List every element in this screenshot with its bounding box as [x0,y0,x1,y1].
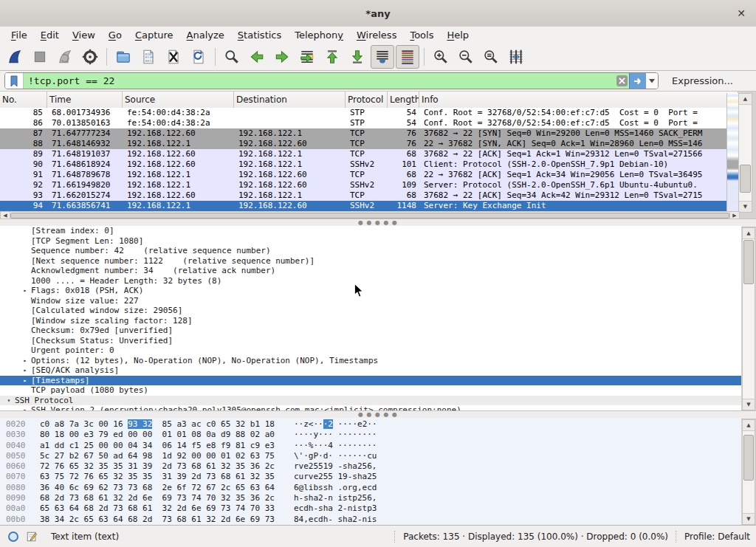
colorize-button[interactable] [396,45,419,69]
detail-line[interactable]: Window size value: 227 [0,296,741,306]
detail-line[interactable]: ▸ Flags: 0x018 (PSH, ACK) [0,286,741,296]
menu-item[interactable]: Help [440,28,475,42]
detail-line[interactable]: [Checksum Status: Unverified] [0,336,741,346]
expert-info-icon[interactable] [7,531,19,543]
menu-item[interactable]: Edit [34,28,66,42]
column-header[interactable]: Source [123,92,234,108]
column-header[interactable]: Time [47,92,123,108]
detail-line[interactable]: TCP payload (1080 bytes) [0,385,741,396]
expander-icon[interactable] [19,336,31,346]
hex-row[interactable]: 0050 5c 27 b2 67 50 ad 64 98 1d 92 00 00… [0,451,741,461]
detail-line[interactable]: [Calculated window size: 29056] [0,306,741,316]
scroll-down-icon[interactable]: ▼ [739,201,752,212]
packet-row[interactable]: 89 71.648191037 192.168.122.60 192.168.1… [0,149,726,159]
column-header[interactable]: Length [388,92,419,108]
scrollbar-thumb[interactable] [740,165,751,193]
detail-line[interactable]: 1000 .... = Header Length: 32 bytes (8) [0,276,741,286]
packet-row[interactable]: 86 70.013850163 fe:54:00:d4:38:2a STP 54… [0,118,726,128]
auto-scroll-button[interactable] [371,45,394,69]
close-icon[interactable]: ✕ [734,6,749,21]
menu-item[interactable]: Analyze [180,28,231,42]
filter-bookmark-button[interactable] [5,73,24,89]
hex-row[interactable]: 0080 36 40 6c 69 62 73 73 68 2e 6f 72 67… [0,483,741,493]
scroll-up-icon[interactable]: ▲ [743,228,755,239]
hex-vscrollbar[interactable]: ▲ ▼ [742,419,755,525]
expander-icon[interactable]: ▸ [19,376,31,386]
detail-line[interactable]: ▸ [SEQ/ACK analysis] [0,365,741,376]
menu-item[interactable]: Capture [128,28,180,42]
expander-icon[interactable] [19,385,31,396]
hex-row[interactable]: 0090 68 2d 73 68 61 32 2d 6e 69 73 74 70… [0,493,741,503]
packet-row[interactable]: 93 71.662015274 192.168.122.60 192.168.1… [0,190,726,201]
filter-apply-button[interactable] [629,73,646,89]
detail-line[interactable]: ▾ SSH Protocol [0,396,741,406]
filter-dropdown-button[interactable] [646,73,658,89]
expander-icon[interactable] [19,236,31,247]
expander-icon[interactable]: ▸ [19,286,31,296]
detail-line[interactable]: [Stream index: 0] [0,226,741,236]
menu-item[interactable]: Go [102,28,128,42]
expander-icon[interactable] [19,345,31,356]
reload-file-button[interactable] [187,45,210,69]
menu-item[interactable]: Statistics [231,28,288,42]
detail-line[interactable]: Urgent pointer: 0 [0,345,741,356]
packet-row[interactable]: 85 68.001734936 fe:54:00:d4:38:2a STP 54… [0,108,726,118]
go-back-button[interactable] [245,45,269,69]
expander-icon[interactable] [19,276,31,286]
scroll-up-icon[interactable]: ▲ [743,420,755,431]
detail-line[interactable]: ▸ [Timestamps] [0,376,741,386]
column-header[interactable]: No. [0,92,47,108]
go-forward-button[interactable] [270,45,294,69]
expander-icon[interactable] [19,296,31,306]
go-to-packet-button[interactable] [295,45,319,69]
profile-label[interactable]: Profile: Default [684,531,756,542]
capture-options-button[interactable] [78,45,102,69]
zoom-original-button[interactable] [479,45,503,69]
expander-icon[interactable]: ▸ [19,356,31,366]
hex-row[interactable]: 0020 c0 a8 7a 3c 00 16 93 32 85 a3 ac c0… [0,419,741,430]
save-file-button[interactable]: 010101100011 [137,45,160,69]
expander-icon[interactable] [19,306,31,316]
packet-row[interactable]: 88 71.648146932 192.168.122.1 192.168.12… [0,139,726,149]
resize-columns-button[interactable] [504,45,528,69]
expression-button[interactable]: Expression... [672,75,733,86]
restart-capture-button[interactable] [53,45,77,69]
expander-icon[interactable] [19,256,31,266]
expander-icon[interactable]: ▸ [19,405,31,410]
menu-item[interactable]: Wireless [350,28,403,42]
display-filter-input[interactable]: !tcp.port == 22 [24,73,615,89]
expander-icon[interactable]: ▸ [19,365,31,376]
detail-line[interactable]: Checksum: 0x79ed [unverified] [0,326,741,336]
column-header[interactable]: Protocol [346,92,388,108]
packet-row[interactable]: 90 71.648618924 192.168.122.60 192.168.1… [0,159,726,170]
menu-item[interactable]: View [66,28,102,42]
zoom-out-button[interactable] [454,45,478,69]
filter-clear-button[interactable] [615,73,629,89]
expander-icon[interactable] [19,246,31,256]
hex-row[interactable]: 0040 a1 dd c1 25 00 00 04 34 06 14 f5 e8… [0,441,741,451]
packet-row[interactable]: 87 71.647777234 192.168.122.60 192.168.1… [0,128,726,139]
column-header[interactable]: Info [419,92,738,108]
expander-icon[interactable]: ▾ [3,396,15,406]
scrollbar-thumb[interactable] [10,213,729,219]
hex-row[interactable]: 00a0 65 63 64 68 2d 73 68 61 32 2d 6e 69… [0,503,741,514]
scrollbar-thumb[interactable] [743,435,754,481]
scroll-down-icon[interactable]: ▼ [743,513,755,524]
expander-icon[interactable] [19,266,31,276]
find-packet-button[interactable] [220,45,244,69]
expander-icon[interactable] [19,226,31,236]
menu-item[interactable]: File [4,28,34,42]
close-file-button[interactable] [162,45,185,69]
hex-row[interactable]: 00b0 38 34 2c 65 63 64 68 2d 73 68 61 32… [0,515,741,525]
detail-line[interactable]: Sequence number: 42 (relative sequence n… [0,246,741,256]
hex-row[interactable]: 0030 80 18 00 e3 79 ed 00 00 01 01 08 0a… [0,430,741,440]
menu-item[interactable]: Tools [403,28,440,42]
detail-line[interactable]: [Next sequence number: 1122 (relative se… [0,256,741,266]
details-vscrollbar[interactable]: ▲ ▼ [742,227,755,410]
hex-row[interactable]: 0070 63 75 72 76 65 32 35 35 31 39 2d 73… [0,472,741,482]
add-filter-button[interactable]: + [752,75,756,88]
scrollbar-thumb[interactable] [743,240,754,284]
detail-line[interactable]: Acknowledgment number: 34 (relative ack … [0,266,741,276]
hex-row[interactable]: 0060 72 76 65 32 35 35 31 39 2d 73 68 61… [0,461,741,472]
packet-row[interactable]: 94 71.663856741 192.168.122.1 192.168.12… [0,201,726,211]
